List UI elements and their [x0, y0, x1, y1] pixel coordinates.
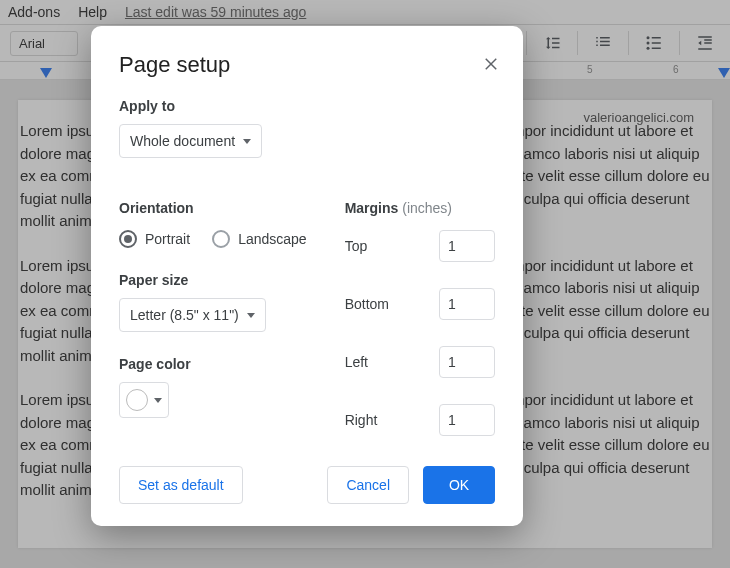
orientation-label: Orientation: [119, 200, 307, 216]
menu-addons[interactable]: Add-ons: [8, 4, 60, 20]
ruler-right-marker-icon[interactable]: [718, 68, 730, 78]
bulleted-list-button[interactable]: [639, 31, 669, 55]
numbered-list-button[interactable]: [588, 31, 618, 55]
dialog-title: Page setup: [119, 52, 495, 78]
ruler-tick: 5: [587, 64, 593, 75]
caret-down-icon: [247, 313, 255, 318]
paper-size-dropdown[interactable]: Letter (8.5" x 11"): [119, 298, 266, 332]
paper-size-value: Letter (8.5" x 11"): [130, 307, 239, 323]
page-color-dropdown[interactable]: [119, 382, 169, 418]
radio-label: Landscape: [238, 231, 307, 247]
watermark: valerioangelici.com: [583, 108, 694, 128]
cancel-button[interactable]: Cancel: [327, 466, 409, 504]
radio-dot-icon: [119, 230, 137, 248]
svg-point-2: [647, 47, 650, 50]
margin-left-label: Left: [345, 354, 368, 370]
margins-label: Margins (inches): [345, 200, 495, 216]
margin-bottom-input[interactable]: [439, 288, 495, 320]
ok-button[interactable]: OK: [423, 466, 495, 504]
radio-label: Portrait: [145, 231, 190, 247]
margin-top-label: Top: [345, 238, 368, 254]
font-select[interactable]: Arial: [10, 31, 78, 56]
set-as-default-button[interactable]: Set as default: [119, 466, 243, 504]
toolbar-separator: [526, 31, 527, 55]
close-button[interactable]: [477, 50, 505, 78]
margin-left-input[interactable]: [439, 346, 495, 378]
margin-bottom-label: Bottom: [345, 296, 389, 312]
page-setup-dialog: Page setup Apply to Whole document Orien…: [91, 26, 523, 526]
orientation-portrait-radio[interactable]: Portrait: [119, 230, 190, 248]
last-edit-link[interactable]: Last edit was 59 minutes ago: [125, 4, 306, 20]
color-swatch-icon: [126, 389, 148, 411]
toolbar-separator: [679, 31, 680, 55]
apply-to-dropdown[interactable]: Whole document: [119, 124, 262, 158]
caret-down-icon: [243, 139, 251, 144]
margin-top-input[interactable]: [439, 230, 495, 262]
menu-help[interactable]: Help: [78, 4, 107, 20]
apply-to-label: Apply to: [119, 98, 495, 114]
caret-down-icon: [154, 398, 162, 403]
margin-right-label: Right: [345, 412, 378, 428]
line-spacing-button[interactable]: [537, 31, 567, 55]
toolbar-separator: [628, 31, 629, 55]
toolbar-separator: [577, 31, 578, 55]
ruler-left-marker-icon[interactable]: [40, 68, 52, 78]
margins-unit: (inches): [402, 200, 452, 216]
apply-to-value: Whole document: [130, 133, 235, 149]
paper-size-label: Paper size: [119, 272, 307, 288]
radio-dot-icon: [212, 230, 230, 248]
margin-right-input[interactable]: [439, 404, 495, 436]
svg-point-0: [647, 36, 650, 39]
ruler-tick: 6: [673, 64, 679, 75]
svg-point-1: [647, 42, 650, 45]
orientation-landscape-radio[interactable]: Landscape: [212, 230, 307, 248]
menubar: Add-ons Help Last edit was 59 minutes ag…: [0, 0, 730, 24]
decrease-indent-button[interactable]: [690, 31, 720, 55]
page-color-label: Page color: [119, 356, 307, 372]
